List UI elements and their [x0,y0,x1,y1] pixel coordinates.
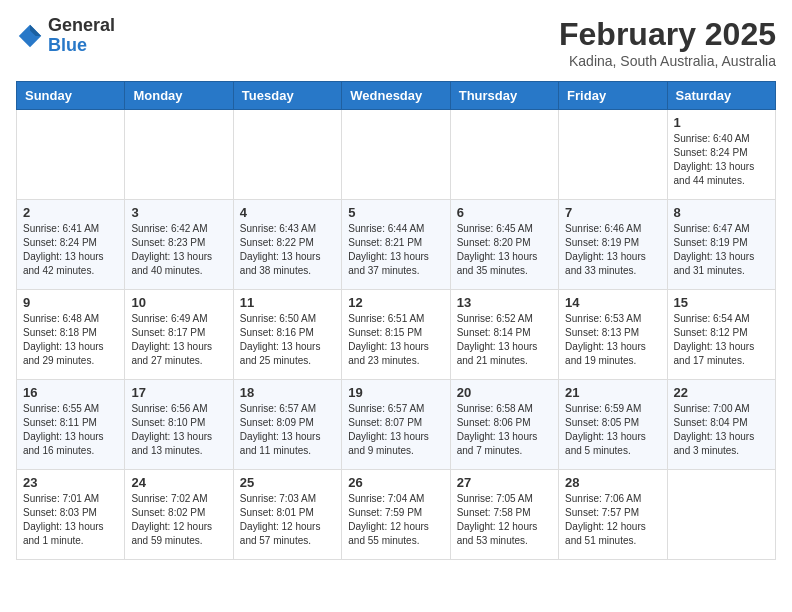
day-number: 1 [674,115,769,130]
calendar-cell [342,110,450,200]
calendar-cell: 11Sunrise: 6:50 AM Sunset: 8:16 PM Dayli… [233,290,341,380]
day-info: Sunrise: 6:47 AM Sunset: 8:19 PM Dayligh… [674,222,769,278]
calendar-table: SundayMondayTuesdayWednesdayThursdayFrid… [16,81,776,560]
week-row-1: 2Sunrise: 6:41 AM Sunset: 8:24 PM Daylig… [17,200,776,290]
day-number: 15 [674,295,769,310]
day-number: 26 [348,475,443,490]
calendar-cell: 9Sunrise: 6:48 AM Sunset: 8:18 PM Daylig… [17,290,125,380]
location-subtitle: Kadina, South Australia, Australia [559,53,776,69]
month-year-title: February 2025 [559,16,776,53]
day-info: Sunrise: 6:53 AM Sunset: 8:13 PM Dayligh… [565,312,660,368]
day-number: 6 [457,205,552,220]
weekday-header-wednesday: Wednesday [342,82,450,110]
day-info: Sunrise: 6:55 AM Sunset: 8:11 PM Dayligh… [23,402,118,458]
day-number: 13 [457,295,552,310]
weekday-header-saturday: Saturday [667,82,775,110]
calendar-cell [667,470,775,560]
weekday-header-tuesday: Tuesday [233,82,341,110]
day-number: 24 [131,475,226,490]
calendar-cell: 14Sunrise: 6:53 AM Sunset: 8:13 PM Dayli… [559,290,667,380]
logo-blue: Blue [48,36,115,56]
calendar-cell [233,110,341,200]
calendar-cell [559,110,667,200]
calendar-cell: 20Sunrise: 6:58 AM Sunset: 8:06 PM Dayli… [450,380,558,470]
calendar-cell: 8Sunrise: 6:47 AM Sunset: 8:19 PM Daylig… [667,200,775,290]
day-number: 12 [348,295,443,310]
calendar-cell: 25Sunrise: 7:03 AM Sunset: 8:01 PM Dayli… [233,470,341,560]
calendar-cell: 21Sunrise: 6:59 AM Sunset: 8:05 PM Dayli… [559,380,667,470]
day-number: 21 [565,385,660,400]
day-info: Sunrise: 6:44 AM Sunset: 8:21 PM Dayligh… [348,222,443,278]
calendar-cell [450,110,558,200]
calendar-cell: 1Sunrise: 6:40 AM Sunset: 8:24 PM Daylig… [667,110,775,200]
title-block: February 2025 Kadina, South Australia, A… [559,16,776,69]
day-info: Sunrise: 7:00 AM Sunset: 8:04 PM Dayligh… [674,402,769,458]
calendar-cell: 24Sunrise: 7:02 AM Sunset: 8:02 PM Dayli… [125,470,233,560]
day-info: Sunrise: 7:04 AM Sunset: 7:59 PM Dayligh… [348,492,443,548]
day-number: 25 [240,475,335,490]
day-info: Sunrise: 6:45 AM Sunset: 8:20 PM Dayligh… [457,222,552,278]
day-info: Sunrise: 6:58 AM Sunset: 8:06 PM Dayligh… [457,402,552,458]
day-info: Sunrise: 6:57 AM Sunset: 8:09 PM Dayligh… [240,402,335,458]
day-info: Sunrise: 7:01 AM Sunset: 8:03 PM Dayligh… [23,492,118,548]
day-info: Sunrise: 6:46 AM Sunset: 8:19 PM Dayligh… [565,222,660,278]
calendar-cell: 4Sunrise: 6:43 AM Sunset: 8:22 PM Daylig… [233,200,341,290]
day-info: Sunrise: 6:59 AM Sunset: 8:05 PM Dayligh… [565,402,660,458]
day-number: 28 [565,475,660,490]
weekday-header-friday: Friday [559,82,667,110]
page-header: General Blue February 2025 Kadina, South… [16,16,776,69]
calendar-cell: 13Sunrise: 6:52 AM Sunset: 8:14 PM Dayli… [450,290,558,380]
day-number: 2 [23,205,118,220]
calendar-cell: 22Sunrise: 7:00 AM Sunset: 8:04 PM Dayli… [667,380,775,470]
calendar-cell: 12Sunrise: 6:51 AM Sunset: 8:15 PM Dayli… [342,290,450,380]
calendar-cell: 6Sunrise: 6:45 AM Sunset: 8:20 PM Daylig… [450,200,558,290]
weekday-header-monday: Monday [125,82,233,110]
calendar-cell: 15Sunrise: 6:54 AM Sunset: 8:12 PM Dayli… [667,290,775,380]
calendar-cell: 16Sunrise: 6:55 AM Sunset: 8:11 PM Dayli… [17,380,125,470]
day-info: Sunrise: 6:40 AM Sunset: 8:24 PM Dayligh… [674,132,769,188]
calendar-cell [125,110,233,200]
calendar-cell: 3Sunrise: 6:42 AM Sunset: 8:23 PM Daylig… [125,200,233,290]
day-info: Sunrise: 7:06 AM Sunset: 7:57 PM Dayligh… [565,492,660,548]
day-number: 20 [457,385,552,400]
day-number: 4 [240,205,335,220]
calendar-cell: 18Sunrise: 6:57 AM Sunset: 8:09 PM Dayli… [233,380,341,470]
calendar-cell: 26Sunrise: 7:04 AM Sunset: 7:59 PM Dayli… [342,470,450,560]
calendar-cell: 7Sunrise: 6:46 AM Sunset: 8:19 PM Daylig… [559,200,667,290]
logo: General Blue [16,16,115,56]
day-number: 9 [23,295,118,310]
day-info: Sunrise: 6:42 AM Sunset: 8:23 PM Dayligh… [131,222,226,278]
day-number: 16 [23,385,118,400]
week-row-4: 23Sunrise: 7:01 AM Sunset: 8:03 PM Dayli… [17,470,776,560]
calendar-cell: 5Sunrise: 6:44 AM Sunset: 8:21 PM Daylig… [342,200,450,290]
day-number: 8 [674,205,769,220]
day-info: Sunrise: 6:43 AM Sunset: 8:22 PM Dayligh… [240,222,335,278]
day-number: 10 [131,295,226,310]
calendar-cell: 23Sunrise: 7:01 AM Sunset: 8:03 PM Dayli… [17,470,125,560]
week-row-2: 9Sunrise: 6:48 AM Sunset: 8:18 PM Daylig… [17,290,776,380]
day-number: 27 [457,475,552,490]
calendar-cell: 28Sunrise: 7:06 AM Sunset: 7:57 PM Dayli… [559,470,667,560]
day-number: 14 [565,295,660,310]
calendar-cell: 17Sunrise: 6:56 AM Sunset: 8:10 PM Dayli… [125,380,233,470]
day-number: 23 [23,475,118,490]
day-info: Sunrise: 6:48 AM Sunset: 8:18 PM Dayligh… [23,312,118,368]
day-info: Sunrise: 6:54 AM Sunset: 8:12 PM Dayligh… [674,312,769,368]
weekday-header-row: SundayMondayTuesdayWednesdayThursdayFrid… [17,82,776,110]
day-number: 11 [240,295,335,310]
day-info: Sunrise: 6:51 AM Sunset: 8:15 PM Dayligh… [348,312,443,368]
day-info: Sunrise: 7:02 AM Sunset: 8:02 PM Dayligh… [131,492,226,548]
calendar-cell: 19Sunrise: 6:57 AM Sunset: 8:07 PM Dayli… [342,380,450,470]
day-number: 19 [348,385,443,400]
day-number: 17 [131,385,226,400]
calendar-cell: 2Sunrise: 6:41 AM Sunset: 8:24 PM Daylig… [17,200,125,290]
day-number: 5 [348,205,443,220]
day-info: Sunrise: 6:52 AM Sunset: 8:14 PM Dayligh… [457,312,552,368]
day-info: Sunrise: 6:50 AM Sunset: 8:16 PM Dayligh… [240,312,335,368]
day-info: Sunrise: 6:49 AM Sunset: 8:17 PM Dayligh… [131,312,226,368]
weekday-header-sunday: Sunday [17,82,125,110]
day-info: Sunrise: 6:41 AM Sunset: 8:24 PM Dayligh… [23,222,118,278]
day-info: Sunrise: 7:05 AM Sunset: 7:58 PM Dayligh… [457,492,552,548]
day-number: 18 [240,385,335,400]
weekday-header-thursday: Thursday [450,82,558,110]
